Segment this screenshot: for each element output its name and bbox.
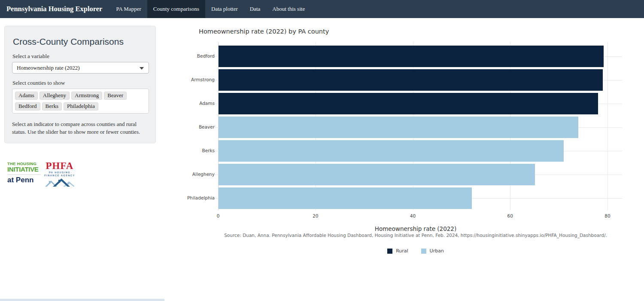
gridline-x-80 — [608, 42, 608, 210]
x-tick-label-0: 0 — [210, 213, 227, 218]
variable-select-label: Select a variable — [12, 53, 148, 60]
cross-county-panel: Cross-County Comparisons Select a variab… — [4, 26, 156, 143]
county-tag-allegheny[interactable]: Allegheny — [39, 92, 70, 100]
nav-tabs: PA MapperCounty comparisonsData plotterD… — [110, 0, 311, 18]
county-tag-berks[interactable]: Berks — [42, 102, 62, 111]
caret-down-icon — [140, 67, 144, 70]
bar-adams — [219, 93, 598, 114]
county-tag-philadelphia[interactable]: Philadelphia — [64, 102, 98, 111]
phfa-rooftops-icon — [45, 178, 74, 187]
bar-philadelphia — [219, 187, 472, 209]
phfa-logo-name: PHFA — [44, 161, 75, 171]
nav-tab-data-plotter[interactable]: Data plotter — [205, 0, 244, 18]
y-tick-label-adams: Adams — [155, 101, 215, 106]
legend-swatch-urban — [421, 249, 426, 254]
legend-label-rural: Rural — [396, 248, 408, 254]
hip-logo-line3: at Penn — [7, 174, 41, 184]
nav-tab-county-comparisons[interactable]: County comparisons — [147, 0, 205, 18]
legend-label-urban: Urban — [430, 248, 444, 254]
legend-item-urban: Urban — [421, 248, 444, 254]
top-navbar: Pennsylvania Housing Explorer PA MapperC… — [0, 0, 644, 18]
nav-tab-about-this-site[interactable]: About this site — [266, 0, 311, 18]
x-tick-label-20: 20 — [307, 213, 324, 218]
bar-berks — [219, 140, 564, 162]
chart-title: Homeownership rate (2022) by PA county — [199, 28, 329, 35]
nav-tab-pa-mapper[interactable]: PA Mapper — [110, 0, 147, 18]
x-tick-label-60: 60 — [501, 213, 519, 218]
bar-armstrong — [219, 69, 603, 91]
housing-initiative-at-penn-logo: THE HOUSING INITIATIVE at Penn — [7, 161, 41, 188]
county-tag-beaver[interactable]: Beaver — [104, 92, 127, 100]
county-tag-adams[interactable]: Adams — [15, 92, 38, 100]
bar-allegheny — [219, 164, 535, 185]
bar-beaver — [219, 117, 578, 138]
y-tick-label-armstrong: Armstrong — [155, 77, 215, 82]
county-tag-armstrong[interactable]: Armstrong — [71, 92, 102, 100]
y-tick-label-bedford: Bedford — [155, 53, 215, 58]
counties-select-label: Select counties to show — [12, 80, 148, 86]
legend-swatch-rural — [387, 249, 392, 254]
logo-row: THE HOUSING INITIATIVE at Penn PHFA PA H… — [7, 161, 75, 188]
bar-bedford — [219, 46, 604, 67]
y-tick-label-allegheny: Allegheny — [155, 172, 215, 177]
chart-legend: RuralUrban — [197, 248, 634, 254]
variable-select[interactable]: Homeownership rate (2022) — [12, 62, 149, 74]
source-citation: Source: Duan, Anna. Pennsylvania Afforda… — [188, 233, 643, 238]
y-tick-label-berks: Berks — [155, 148, 215, 153]
hip-logo-line2: INITIATIVE — [7, 166, 41, 172]
x-axis-title: Homeownership rate (2022) — [197, 225, 634, 232]
bar-chart-plot-area: BedfordArmstrongAdamsBeaverBerksAlleghen… — [218, 42, 622, 210]
y-tick-label-beaver: Beaver — [155, 124, 215, 129]
counties-multiselect[interactable]: AdamsAlleghenyArmstrongBeaverBedfordBerk… — [12, 89, 149, 114]
y-tick-label-philadelphia: Philadelphia — [155, 195, 215, 200]
phfa-logo: PHFA PA HOUSINGFINANCE AGENCY — [44, 161, 75, 188]
panel-help-text: Select an indicator to compare across co… — [12, 120, 148, 136]
nav-tab-data[interactable]: Data — [244, 0, 267, 18]
panel-title: Cross-County Comparisons — [13, 37, 148, 47]
next-panel-edge — [0, 299, 164, 301]
x-tick-label-40: 40 — [404, 213, 422, 218]
app-title: Pennsylvania Housing Explorer — [0, 0, 110, 18]
variable-select-value: Homeownership rate (2022) — [17, 64, 80, 71]
county-tag-bedford[interactable]: Bedford — [15, 102, 40, 111]
phfa-logo-subtitle: PA HOUSINGFINANCE AGENCY — [44, 171, 75, 178]
legend-item-rural: Rural — [387, 248, 408, 254]
x-tick-label-80: 80 — [599, 213, 616, 218]
